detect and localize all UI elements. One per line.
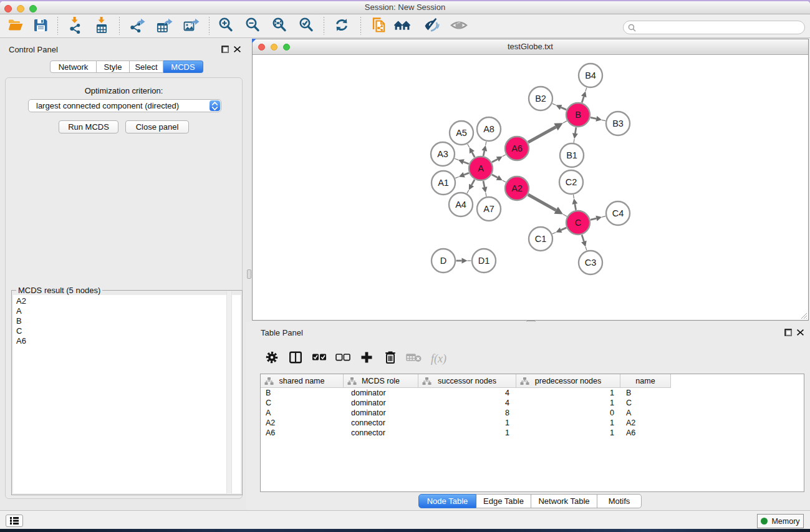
gear-icon (265, 351, 279, 367)
export-image-button[interactable] (181, 17, 200, 36)
run-mcds-button[interactable]: Run MCDS (59, 120, 118, 133)
graph-node-A[interactable]: A (469, 157, 493, 180)
graph-node-C3[interactable]: C3 (579, 251, 602, 274)
delete-table-button[interactable] (402, 350, 426, 367)
column-header-successor-nodes[interactable]: successor nodes (418, 374, 516, 388)
zoom-selected-button[interactable] (297, 17, 316, 36)
graph-node-C4[interactable]: C4 (606, 201, 630, 225)
search-icon (628, 24, 636, 32)
refresh-button[interactable] (332, 17, 351, 36)
table-row[interactable]: Adominator80A (261, 408, 804, 418)
graph-node-B3[interactable]: B3 (606, 112, 630, 135)
table-row[interactable]: Bdominator41B (261, 388, 804, 398)
graph-node-D1[interactable]: D1 (472, 249, 496, 273)
column-type-icon (520, 377, 529, 385)
export-table-button[interactable] (155, 17, 173, 36)
zoom-out-button[interactable] (243, 17, 262, 36)
graph-node-B[interactable]: B (566, 103, 590, 127)
tab-motifs[interactable]: Motifs (597, 494, 642, 508)
graph-node-C2[interactable]: C2 (559, 170, 583, 194)
search-input[interactable] (636, 23, 804, 32)
delete-column-button[interactable] (378, 350, 402, 367)
resize-grip-icon[interactable] (800, 312, 808, 319)
graph-node-B4[interactable]: B4 (579, 64, 602, 87)
tab-style[interactable]: Style (97, 60, 130, 73)
graph-node-A5[interactable]: A5 (450, 121, 473, 145)
table-row[interactable]: Cdominator41C (261, 398, 804, 408)
graph-node-C[interactable]: C (566, 211, 590, 235)
zoom-fit-button[interactable] (270, 17, 289, 36)
select-stepper-icon (210, 100, 220, 111)
vertical-split-handle[interactable] (247, 269, 251, 279)
graph-node-A7[interactable]: A7 (477, 197, 501, 221)
tab-network-table[interactable]: Network Table (531, 494, 597, 508)
select-all-checks-button[interactable] (307, 350, 331, 367)
import-network-button[interactable] (65, 17, 84, 36)
graph-node-A6[interactable]: A6 (505, 137, 529, 160)
network-window-titlebar[interactable]: testGlobe.txt (253, 39, 808, 55)
function-builder-button[interactable]: f(x) (426, 350, 450, 367)
memory-button[interactable]: Memory (757, 514, 804, 528)
table-panel-tabs: Node TableEdge TableNetwork TableMotifs (418, 494, 642, 508)
zoom-in-button[interactable] (216, 17, 235, 36)
cell: 1 (516, 398, 614, 408)
show-panel-eye-button[interactable] (450, 17, 468, 36)
network-overview-button[interactable] (393, 17, 412, 36)
hide-panel-eye-button[interactable] (423, 17, 441, 36)
column-label: predecessor nodes (535, 377, 601, 385)
svg-text:C3: C3 (585, 258, 597, 268)
gear-button[interactable] (260, 350, 284, 367)
tab-node-table[interactable]: Node Table (418, 494, 476, 508)
network-graph: AA6A2BCA1A3A4A5A7A8B1B2B3B4C1C2C3C4DD1 (253, 56, 808, 320)
tab-select[interactable]: Select (130, 60, 163, 73)
split-columns-button[interactable] (284, 350, 307, 367)
graph-node-D[interactable]: D (432, 249, 455, 273)
table-row[interactable]: A2connector11A2 (261, 418, 804, 428)
tab-edge-table[interactable]: Edge Table (476, 494, 531, 508)
import-table-button[interactable] (92, 17, 111, 36)
mcds-result-item[interactable]: A6 (13, 336, 241, 346)
save-session-button[interactable] (32, 17, 51, 36)
open-session-button[interactable] (6, 17, 25, 36)
cell: B (626, 388, 671, 398)
mcds-result-item[interactable]: A2 (13, 296, 241, 306)
cell: B (266, 388, 344, 398)
column-header-predecessor-nodes[interactable]: predecessor nodes (516, 374, 620, 388)
column-header-MCDS-role[interactable]: MCDS role (344, 374, 418, 388)
mcds-result-list[interactable]: A2ABCA6 (13, 295, 241, 493)
graph-node-B2[interactable]: B2 (529, 87, 552, 110)
column-header-name[interactable]: name (620, 374, 671, 388)
table-panel-close-button[interactable] (796, 327, 804, 339)
zoom-fit-icon (271, 16, 288, 36)
control-panel-close-button[interactable] (233, 44, 241, 56)
network-canvas[interactable]: AA6A2BCA1A3A4A5A7A8B1B2B3B4C1C2C3C4DD1 (253, 56, 808, 320)
export-network-button[interactable] (128, 17, 147, 36)
column-header-shared-name[interactable]: shared name (261, 374, 344, 388)
tab-mcds[interactable]: MCDS (163, 60, 203, 73)
deselect-checks-button[interactable] (331, 350, 355, 367)
task-history-button[interactable] (6, 515, 23, 527)
graph-node-A8[interactable]: A8 (477, 117, 501, 141)
search-box[interactable] (623, 21, 805, 34)
import-table-icon (93, 16, 110, 36)
optimization-criterion-select[interactable]: largest connected component (directed) (28, 99, 221, 112)
close-panel-button[interactable]: Close panel (125, 120, 189, 133)
network-overview-icon (393, 16, 411, 36)
graph-node-B1[interactable]: B1 (560, 143, 584, 167)
add-column-button[interactable] (355, 350, 378, 367)
table-panel-float-button[interactable] (784, 327, 792, 339)
table-row[interactable]: A6connector11A6 (261, 428, 804, 438)
graph-node-C1[interactable]: C1 (529, 227, 552, 251)
mcds-result-scrollbar[interactable] (226, 291, 232, 494)
graph-node-A2[interactable]: A2 (505, 177, 529, 200)
mcds-result-item[interactable]: A (13, 306, 241, 316)
control-panel-float-button[interactable] (221, 44, 229, 56)
graph-node-A3[interactable]: A3 (431, 142, 455, 166)
mcds-result-item[interactable]: C (13, 326, 241, 336)
column-label: MCDS role (362, 377, 400, 385)
tab-network[interactable]: Network (50, 60, 97, 73)
graph-node-A1[interactable]: A1 (432, 171, 455, 195)
graph-node-A4[interactable]: A4 (449, 193, 473, 216)
new-session-from-selection-button[interactable] (369, 17, 387, 36)
mcds-result-item[interactable]: B (13, 316, 241, 326)
